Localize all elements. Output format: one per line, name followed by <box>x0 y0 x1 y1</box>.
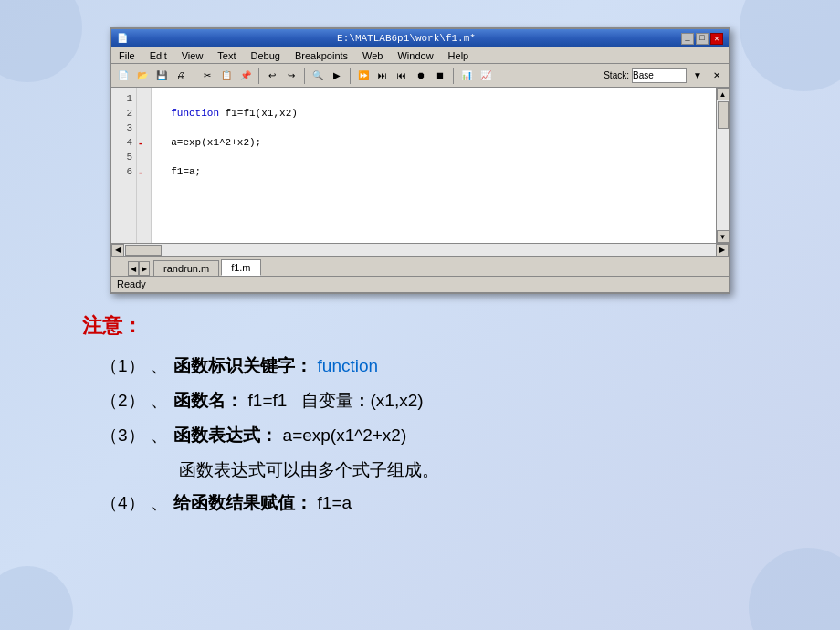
print-icon[interactable]: 🖨 <box>173 68 189 84</box>
keyword-function: function <box>171 108 219 119</box>
run-icon[interactable]: ▶ <box>329 68 345 84</box>
new-file-icon[interactable]: 📄 <box>115 68 131 84</box>
code-line-1 <box>159 91 709 106</box>
menu-view[interactable]: View <box>178 50 207 61</box>
note-num-3: （3） <box>100 424 145 447</box>
toolbar-sep-2 <box>258 68 259 84</box>
redo-icon[interactable]: ↪ <box>283 68 299 84</box>
note-value-2a: f1=f1 自变量 <box>248 389 354 413</box>
scroll-thumb-h[interactable] <box>125 245 162 256</box>
line-num-6: 6 <box>115 164 132 179</box>
bp-2 <box>139 106 149 121</box>
note-num-1: （1） <box>100 354 145 378</box>
bp-6: - <box>139 164 149 179</box>
note-sep-3: 、 <box>151 424 168 447</box>
tab-scroll-left[interactable]: ◀ <box>128 261 139 276</box>
stack-dropdown-icon[interactable]: ▼ <box>689 68 706 84</box>
paste-icon[interactable]: 📌 <box>237 68 254 84</box>
toolbar-sep-1 <box>194 68 194 84</box>
line-numbers: 1 2 3 4 5 6 <box>111 88 137 243</box>
editor-container: 1 2 3 4 5 6 - - <box>111 88 729 243</box>
maximize-button[interactable]: □ <box>696 33 709 45</box>
toolbar-sep-6 <box>499 68 499 84</box>
extra2-icon[interactable]: 📈 <box>478 68 494 84</box>
code-line-3 <box>159 121 709 135</box>
debug3-icon[interactable]: ⏮ <box>394 68 410 84</box>
tab-randrun[interactable]: randrun.m <box>153 260 219 276</box>
stack-input[interactable] <box>632 68 687 83</box>
note-num-2: （2） <box>100 389 145 413</box>
menu-file[interactable]: File <box>115 50 139 61</box>
gutter: 1 2 3 4 5 6 - - <box>111 88 152 243</box>
scroll-track-h[interactable] <box>124 244 716 256</box>
line-num-4: 4 <box>115 135 132 150</box>
scroll-down-arrow[interactable]: ▼ <box>717 230 730 243</box>
note-sep-1: 、 <box>151 354 168 378</box>
stack-label: Stack: <box>604 70 629 80</box>
gutter-inner: 1 2 3 4 5 6 - - <box>111 88 152 243</box>
menu-window[interactable]: Window <box>394 50 436 61</box>
code-line-4: a=exp(x1^2+x2); <box>159 135 709 150</box>
note-label-2b: : <box>359 391 364 411</box>
cut-icon[interactable]: ✂ <box>199 68 215 84</box>
line-num-1: 1 <box>115 91 132 106</box>
bp-3 <box>139 121 149 135</box>
title-bar-buttons: _ □ ✕ <box>681 33 723 45</box>
toolbar-sep-5 <box>453 68 454 84</box>
scroll-up-arrow[interactable]: ▲ <box>717 88 730 100</box>
close-button[interactable]: ✕ <box>710 33 723 45</box>
breakpoint-column: - - <box>137 88 152 243</box>
menu-help[interactable]: Help <box>445 50 473 61</box>
menu-edit[interactable]: Edit <box>146 50 171 61</box>
note-value-3: a=exp(x1^2+x2) <box>283 425 407 446</box>
debug2-icon[interactable]: ⏭ <box>374 68 391 84</box>
scrollbar-vertical: ▲ ▼ <box>716 88 729 243</box>
note-label-2: 函数名： <box>173 389 243 413</box>
menu-breakpoints[interactable]: Breakpoints <box>291 50 352 61</box>
extra1-icon[interactable]: 📊 <box>458 68 475 84</box>
code-line-2: function f1=f1(x1,x2) <box>159 106 709 121</box>
tab-scroll-right[interactable]: ▶ <box>139 261 150 276</box>
note-item-3-sub: 函数表达式可以由多个式子组成。 <box>100 458 758 482</box>
scroll-left-arrow[interactable]: ◀ <box>111 244 124 257</box>
note-value-1: function <box>318 356 379 376</box>
note-label-1: 函数标识关键字： <box>173 354 312 378</box>
scroll-thumb-v[interactable] <box>718 101 729 129</box>
toolbar-sep-3 <box>304 68 305 84</box>
note-sep-4: 、 <box>151 491 168 515</box>
tab-f1m[interactable]: f1.m <box>221 259 260 276</box>
note-item-3: （3） 、 函数表达式： a=exp(x1^2+x2) <box>100 424 758 447</box>
note-label-3: 函数表达式： <box>173 424 278 447</box>
menu-debug[interactable]: Debug <box>247 50 284 61</box>
debug4-icon[interactable]: ⏺ <box>413 68 429 84</box>
menu-web[interactable]: Web <box>359 50 386 61</box>
bp-5 <box>139 150 149 164</box>
tab-bar: ◀ ▶ randrun.m f1.m <box>111 256 729 276</box>
toolbar: 📄 📂 💾 🖨 ✂ 📋 📌 ↩ ↪ 🔍 ▶ ⏩ ⏭ ⏮ ⏺ ⏹ 📊 📈 <box>111 64 729 88</box>
code-editor[interactable]: function f1=f1(x1,x2) a=exp(x1^2+x2); f1… <box>152 88 716 243</box>
note-item-3-container: （3） 、 函数表达式： a=exp(x1^2+x2) 函数表达式可以由多个式子… <box>82 424 758 482</box>
deco-circle-br <box>749 548 840 630</box>
line-num-3: 3 <box>115 121 132 135</box>
note-value-4: f1=a <box>318 493 352 513</box>
scroll-track-v[interactable] <box>717 100 729 230</box>
scrollbar-horizontal: ◀ ▶ <box>111 243 729 256</box>
minimize-button[interactable]: _ <box>681 33 694 45</box>
find-icon[interactable]: 🔍 <box>310 68 326 84</box>
save-icon[interactable]: 💾 <box>153 68 170 84</box>
debug5-icon[interactable]: ⏹ <box>432 68 448 84</box>
matlab-editor-window: 📄 E:\MATLAB6p1\work\f1.m* _ □ ✕ File Edi… <box>110 27 730 294</box>
code-line-6: f1=a; <box>159 164 709 179</box>
menu-text[interactable]: Text <box>214 50 239 61</box>
toolbar-sep-4 <box>350 68 351 84</box>
undo-icon[interactable]: ↩ <box>264 68 280 84</box>
notes-section: 注意： （1） 、 函数标识关键字： function （2） 、 函数名： f… <box>55 312 785 515</box>
open-icon[interactable]: 📂 <box>134 68 151 84</box>
line-num-2: 2 <box>115 106 132 121</box>
close-toolbar-icon[interactable]: ✕ <box>709 68 725 84</box>
status-text: Ready <box>117 278 146 289</box>
copy-icon[interactable]: 📋 <box>218 68 235 84</box>
scroll-right-arrow[interactable]: ▶ <box>716 244 729 257</box>
note-item-2: （2） 、 函数名： f1=f1 自变量 : (x1,x2) <box>82 389 758 413</box>
debug1-icon[interactable]: ⏩ <box>355 68 372 84</box>
